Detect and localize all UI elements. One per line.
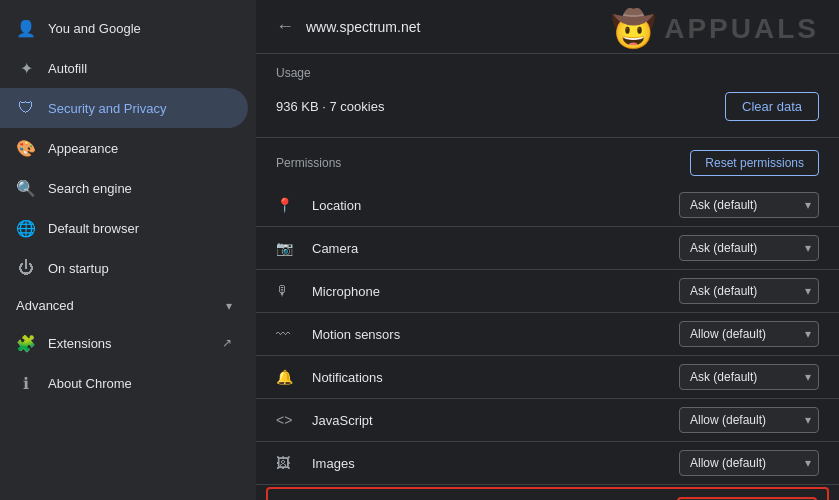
images-select[interactable]: Allow (default) (679, 450, 819, 476)
microphone-select[interactable]: Ask (default) (679, 278, 819, 304)
permissions-list: 📍 Location Ask (default) 📷 Camera Ask (d… (256, 184, 839, 500)
autofill-icon: ✦ (16, 58, 36, 78)
reset-permissions-button[interactable]: Reset permissions (690, 150, 819, 176)
sidebar-item-appearance[interactable]: 🎨 Appearance (0, 128, 248, 168)
default-browser-icon: 🌐 (16, 218, 36, 238)
security-privacy-label: Security and Privacy (48, 101, 232, 116)
permission-row-microphone: 🎙 Microphone Ask (default) (256, 270, 839, 313)
motion-sensors-select-wrapper: Allow (default) (679, 321, 819, 347)
camera-icon: 📷 (276, 240, 300, 256)
motion-sensors-name: Motion sensors (312, 327, 679, 342)
extensions-label: Extensions (48, 336, 210, 351)
appearance-icon: 🎨 (16, 138, 36, 158)
camera-name: Camera (312, 241, 679, 256)
sidebar: 👤 You and Google ✦ Autofill 🛡 Security a… (0, 0, 256, 500)
motion-sensors-select[interactable]: Allow (default) (679, 321, 819, 347)
about-chrome-label: About Chrome (48, 376, 232, 391)
you-google-label: You and Google (48, 21, 232, 36)
sidebar-item-extensions[interactable]: 🧩 Extensions ↗ (0, 323, 248, 363)
clear-data-button[interactable]: Clear data (725, 92, 819, 121)
microphone-select-wrapper: Ask (default) (679, 278, 819, 304)
default-browser-label: Default browser (48, 221, 232, 236)
notifications-select[interactable]: Ask (default) (679, 364, 819, 390)
camera-select-wrapper: Ask (default) (679, 235, 819, 261)
location-select[interactable]: Ask (default) (679, 192, 819, 218)
permission-row-motion-sensors: 〰 Motion sensors Allow (default) (256, 313, 839, 356)
sidebar-item-autofill[interactable]: ✦ Autofill (0, 48, 248, 88)
back-button[interactable]: ← (276, 16, 294, 37)
on-startup-icon: ⏻ (16, 258, 36, 278)
sidebar-item-you-google[interactable]: 👤 You and Google (0, 8, 248, 48)
sidebar-item-search-engine[interactable]: 🔍 Search engine (0, 168, 248, 208)
sidebar-item-about-chrome[interactable]: ℹ About Chrome (0, 363, 248, 403)
camera-select[interactable]: Ask (default) (679, 235, 819, 261)
javascript-select-wrapper: Allow (default) (679, 407, 819, 433)
permission-row-javascript: <> JavaScript Allow (default) (256, 399, 839, 442)
permission-row-images: 🖼 Images Allow (default) (256, 442, 839, 485)
microphone-icon: 🎙 (276, 283, 300, 299)
usage-label: Usage (256, 54, 839, 84)
permissions-label: Permissions (276, 156, 341, 170)
javascript-name: JavaScript (312, 413, 679, 428)
advanced-section[interactable]: Advanced ▾ (0, 288, 248, 323)
notifications-icon: 🔔 (276, 369, 300, 385)
sidebar-item-security-privacy[interactable]: 🛡 Security and Privacy (0, 88, 248, 128)
permission-row-notifications: 🔔 Notifications Ask (default) (256, 356, 839, 399)
advanced-label: Advanced (16, 298, 74, 313)
extensions-icon: 🧩 (16, 333, 36, 353)
permissions-header: Permissions Reset permissions (256, 138, 839, 184)
javascript-icon: <> (276, 412, 300, 428)
usage-text: 936 KB · 7 cookies (276, 99, 384, 114)
javascript-select[interactable]: Allow (default) (679, 407, 819, 433)
search-engine-icon: 🔍 (16, 178, 36, 198)
motion-sensors-icon: 〰 (276, 326, 300, 342)
location-icon: 📍 (276, 197, 300, 213)
autofill-label: Autofill (48, 61, 232, 76)
appearance-label: Appearance (48, 141, 232, 156)
permission-row-camera: 📷 Camera Ask (default) (256, 227, 839, 270)
location-select-wrapper: Ask (default) (679, 192, 819, 218)
site-header: ← www.spectrum.net (256, 0, 839, 54)
permission-row-popups: ↗ Pop-ups and redirects Block (default) … (266, 487, 829, 500)
on-startup-label: On startup (48, 261, 232, 276)
permission-row-location: 📍 Location Ask (default) (256, 184, 839, 227)
search-engine-label: Search engine (48, 181, 232, 196)
about-chrome-icon: ℹ (16, 373, 36, 393)
location-name: Location (312, 198, 679, 213)
notifications-name: Notifications (312, 370, 679, 385)
you-google-icon: 👤 (16, 18, 36, 38)
images-name: Images (312, 456, 679, 471)
notifications-select-wrapper: Ask (default) (679, 364, 819, 390)
sidebar-item-on-startup[interactable]: ⏻ On startup (0, 248, 248, 288)
images-icon: 🖼 (276, 455, 300, 471)
sidebar-item-default-browser[interactable]: 🌐 Default browser (0, 208, 248, 248)
main-content: ← www.spectrum.net Usage 936 KB · 7 cook… (256, 0, 839, 500)
advanced-arrow-icon: ▾ (226, 299, 232, 313)
images-select-wrapper: Allow (default) (679, 450, 819, 476)
site-title: www.spectrum.net (306, 19, 420, 35)
microphone-name: Microphone (312, 284, 679, 299)
external-link-icon: ↗ (222, 336, 232, 350)
security-privacy-icon: 🛡 (16, 98, 36, 118)
usage-row: 936 KB · 7 cookies Clear data (256, 84, 839, 138)
